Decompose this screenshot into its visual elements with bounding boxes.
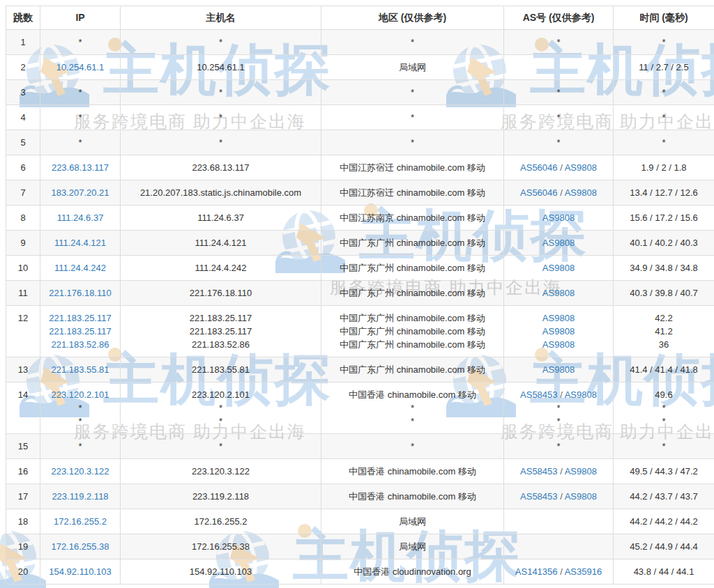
as-link[interactable]: AS56046 (520, 187, 558, 198)
ip-link[interactable]: 10.254.61.1 (56, 62, 105, 72)
as-link[interactable]: AS9808 (565, 389, 597, 400)
region-cell: 中国江苏宿迁 chinamobile.com 移动 (321, 180, 504, 206)
cell-line: 221.176.18.110 (43, 286, 117, 300)
table-row: 16223.120.3.122223.120.3.122中国香港 chinamo… (6, 459, 714, 484)
ip-link[interactable]: 223.120.3.122 (51, 466, 109, 477)
col-header-hostname: 主机名 (121, 6, 321, 30)
cell-line: 中国香港 chinamobile.com 移动 (324, 490, 501, 503)
as-link[interactable]: AS9808 (542, 288, 575, 298)
cell-line: * (123, 36, 318, 49)
hop-cell: 15 (6, 434, 40, 459)
hop-cell: 1 (6, 30, 40, 55)
region-cell: * (321, 80, 504, 105)
ip-cell: * (40, 80, 121, 105)
cell-line: 41.4 / 41.4 / 41.8 (616, 363, 711, 376)
cell-line: * (616, 36, 711, 49)
ip-link[interactable]: 111.24.6.37 (57, 212, 104, 223)
as-link[interactable]: AS58453 (520, 491, 558, 502)
ip-link[interactable]: 221.183.25.117 (49, 326, 111, 336)
region-cell: 中国江苏南京 chinamobile.com 移动 (321, 206, 504, 231)
as-cell: AS9808 (504, 206, 614, 231)
table-row: 8111.24.6.37111.24.6.37中国江苏南京 chinamobil… (6, 206, 714, 231)
ip-link[interactable]: 172.16.255.2 (54, 516, 107, 527)
table-row: 13221.183.55.81221.183.55.81中国广东广州 china… (6, 357, 714, 382)
as-link[interactable]: AS9808 (542, 364, 575, 375)
region-cell: * (321, 30, 504, 55)
cell-line: AS56046 / AS9808 (507, 186, 610, 199)
as-link[interactable]: AS9808 (565, 187, 597, 198)
table-row: 10111.24.4.242111.24.4.242中国广东广州 chinamo… (6, 256, 714, 281)
hostname-cell: * (121, 30, 321, 55)
ip-link[interactable]: 223.68.13.117 (52, 162, 109, 173)
header-row: 跳数 IP 主机名 地区 (仅供参考) AS号 (仅供参考) 时间 (毫秒) (6, 6, 714, 30)
time-cell: 40.3 / 39.8 / 40.7 (614, 281, 714, 306)
ip-link[interactable]: 223.119.2.118 (52, 491, 108, 502)
ip-link[interactable]: 221.183.25.117 (49, 313, 111, 323)
cell-line: AS9808 (507, 236, 610, 249)
cell-line: 6 (9, 161, 37, 174)
hostname-cell: 223.120.2.101** (121, 382, 321, 434)
as-link[interactable]: AS9808 (542, 326, 575, 336)
as-link[interactable]: AS9808 (542, 263, 575, 273)
ip-link[interactable]: 154.92.110.103 (49, 566, 111, 577)
cell-line: 172.16.255.2 (123, 515, 318, 528)
ip-link[interactable]: 172.16.255.38 (51, 541, 109, 552)
cell-line: AS9808 (507, 363, 610, 376)
hostname-cell: * (121, 434, 321, 459)
ip-cell: 111.24.4.242 (40, 256, 121, 281)
cell-line: * (43, 36, 117, 49)
as-link[interactable]: AS9808 (542, 212, 575, 223)
cell-line: 8 (9, 211, 37, 224)
ip-link[interactable]: 183.207.20.21 (51, 187, 109, 198)
cell-line: 221.183.52.86 (43, 338, 117, 351)
col-header-ip: IP (40, 6, 121, 30)
hop-cell: 9 (6, 231, 40, 256)
as-link[interactable]: AS35916 (565, 566, 602, 577)
as-link[interactable]: AS9808 (542, 313, 575, 323)
cell-line: 111.24.6.37 (43, 211, 117, 224)
hostname-cell: 154.92.110.103 (121, 559, 321, 585)
hostname-cell: 221.183.25.117221.183.25.117221.183.52.8… (121, 306, 321, 357)
table-body: 1*****210.254.61.110.254.61.1局域网 11 / 2.… (6, 30, 714, 585)
as-link[interactable]: AS9808 (542, 238, 575, 248)
time-cell: * (614, 434, 714, 459)
table-row: 7183.207.20.2121.20.207.183.static.js.ch… (6, 180, 714, 206)
region-cell: 局域网 (321, 534, 504, 559)
cell-line: 221.183.25.117 (123, 311, 318, 325)
cell-line: 183.207.20.21 (43, 186, 117, 199)
cell-line: 中国香港 chinamobile.com 移动 (324, 465, 501, 478)
cell-line: 221.176.18.110 (123, 286, 318, 300)
as-link[interactable]: AS58453 (520, 389, 558, 400)
as-link[interactable]: AS56046 (520, 162, 558, 173)
ip-link[interactable]: 221.183.52.86 (51, 339, 109, 350)
as-link[interactable]: AS9808 (565, 466, 597, 477)
cell-line: 44.2 / 44.2 / 44.2 (616, 515, 711, 528)
cell-line: * (324, 401, 501, 415)
hop-cell: 19 (6, 534, 40, 559)
table-row: 4***** (6, 105, 714, 130)
as-cell (504, 55, 614, 80)
ip-cell: * (40, 30, 121, 55)
as-link[interactable]: AS9808 (565, 491, 597, 502)
hop-cell: 11 (6, 281, 40, 306)
ip-link[interactable]: 223.120.2.101 (51, 389, 109, 400)
ip-link[interactable]: 221.176.18.110 (49, 288, 111, 298)
cell-line: 221.183.25.117 (43, 311, 117, 325)
region-cell: 中国香港 chinamobile.com 移动** (321, 382, 504, 434)
table-row: 11221.176.18.110221.176.18.110中国广东广州 chi… (6, 281, 714, 306)
as-link[interactable]: AS58453 (520, 466, 558, 477)
ip-link[interactable]: 111.24.4.242 (54, 263, 106, 273)
cell-line: 11 / 2.7 / 2.5 (616, 61, 711, 74)
as-link[interactable]: AS9808 (542, 339, 575, 350)
hop-cell: 12 (6, 306, 40, 357)
cell-line: * (507, 36, 610, 49)
ip-link[interactable]: 221.183.55.81 (51, 364, 109, 375)
as-separator: / (558, 389, 565, 400)
cell-line: 2 (9, 61, 37, 74)
ip-link[interactable]: 111.24.4.121 (54, 238, 106, 248)
as-link[interactable]: AS141356 (515, 566, 558, 577)
cell-line: * (507, 401, 610, 415)
cell-line: 12 (9, 311, 37, 325)
as-link[interactable]: AS9808 (565, 162, 597, 173)
cell-line: * (43, 401, 117, 415)
